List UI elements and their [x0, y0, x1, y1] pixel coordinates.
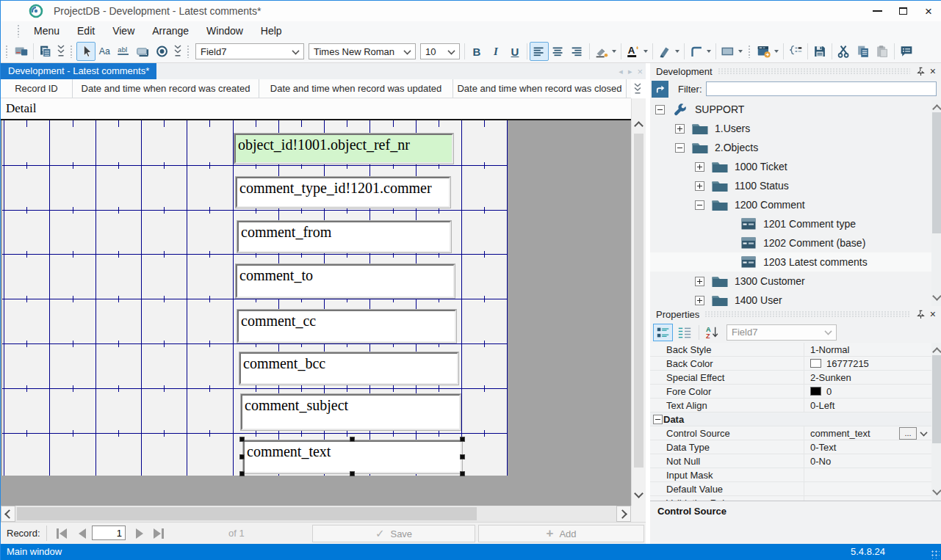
selection-handle[interactable]: [460, 471, 465, 476]
collapse-minus-icon[interactable]: [655, 105, 665, 114]
scroll-down-icon[interactable]: [934, 487, 940, 500]
designer-workspace[interactable]: object_id!1001.object_ref_nrcomment_type…: [1, 120, 631, 506]
chevron-down-icon[interactable]: [738, 50, 743, 53]
property-row-control-source[interactable]: Control Sourcecomment_text...: [650, 426, 931, 440]
button-tool-icon[interactable]: [134, 42, 153, 61]
property-row-back-color[interactable]: Back Color16777215: [650, 357, 931, 371]
tree-item-1200-comment[interactable]: 1200 Comment: [650, 195, 931, 214]
chevron-down-icon[interactable]: [643, 50, 648, 53]
collapse-minus-icon[interactable]: [695, 200, 704, 210]
expand-plus-icon[interactable]: [695, 296, 704, 305]
categorized-view-button[interactable]: [653, 324, 673, 341]
scroll-up-icon[interactable]: [635, 119, 642, 132]
detail-section-band[interactable]: Detail: [1, 98, 631, 120]
textbox-tool-icon[interactable]: abl: [115, 42, 134, 61]
pin-icon[interactable]: [915, 65, 927, 77]
chevron-down-icon[interactable]: [612, 50, 616, 53]
tab-scroll-right-icon[interactable]: ▸: [628, 67, 632, 76]
report-icon[interactable]: [12, 42, 31, 61]
designer-vertical-scrollbar[interactable]: [631, 98, 646, 506]
tree-item-1300-customer[interactable]: 1300 Customer: [650, 272, 931, 291]
form-field-object-id-1001-object-ref-nr[interactable]: object_id!1001.object_ref_nr: [234, 134, 453, 164]
font-name-combo[interactable]: Times New Roman: [309, 43, 416, 59]
property-row-default-value[interactable]: Default Value: [650, 482, 931, 496]
field-selector-combo[interactable]: Field7: [195, 43, 304, 59]
tree-item-1100-status[interactable]: 1100 Status: [650, 176, 931, 195]
chevron-down-icon[interactable]: [917, 427, 930, 440]
tree-item-1-users[interactable]: 1.Users: [650, 119, 931, 138]
form-field-comment-subject[interactable]: comment_subject: [241, 394, 461, 430]
menu-item-edit[interactable]: Edit: [68, 21, 104, 40]
menu-item-window[interactable]: Window: [198, 21, 252, 40]
tree-item-1202-comment-base-[interactable]: 1202 Comment (base): [650, 233, 931, 252]
form-field-comment-text[interactable]: comment_text: [243, 440, 462, 473]
designer-horizontal-scrollbar[interactable]: [1, 506, 631, 522]
tree-item-2-objects[interactable]: 2.Objects: [650, 138, 931, 157]
scroll-left-button[interactable]: [1, 506, 15, 522]
pin-icon[interactable]: [915, 308, 927, 320]
tree-scrollbar[interactable]: [931, 100, 941, 306]
pages-icon[interactable]: [36, 42, 55, 61]
maximize-button[interactable]: [892, 1, 914, 21]
tree-item-1203-latest-comments[interactable]: 1203 Latest comments: [650, 252, 931, 272]
form-field-comment-type-id-1201-commer[interactable]: comment_type_id!1201.commer: [236, 177, 450, 208]
selection-handle[interactable]: [460, 437, 465, 442]
scroll-down-icon[interactable]: [635, 490, 642, 503]
menu-item-view[interactable]: View: [104, 21, 143, 40]
minimize-button[interactable]: [866, 1, 888, 21]
column-header-2[interactable]: Date and time when record was created: [73, 79, 259, 98]
paste-icon[interactable]: [873, 42, 892, 61]
collapse-minus-icon[interactable]: [675, 143, 685, 153]
next-record-button[interactable]: [131, 527, 148, 539]
record-number-input[interactable]: [92, 526, 126, 540]
form-field-comment-cc[interactable]: comment_cc: [237, 310, 456, 343]
tree-item-support[interactable]: SUPPORT: [650, 100, 931, 119]
property-value[interactable]: 1-Normal: [810, 344, 849, 355]
column-header-3[interactable]: Date and time when record was updated: [259, 79, 453, 98]
comment-bubble-icon[interactable]: [897, 42, 916, 61]
property-row-not-null[interactable]: Not Null0-No: [650, 454, 931, 468]
column-header-4[interactable]: Date and time when record was closed: [453, 79, 627, 98]
font-color-icon[interactable]: A: [624, 42, 643, 61]
selection-handle[interactable]: [460, 454, 465, 459]
close-button[interactable]: ×: [917, 1, 940, 21]
toolbar-overflow-chevron[interactable]: [172, 42, 184, 61]
tab-development-latest-comments[interactable]: Development - Latest comments*: [1, 63, 156, 79]
menu-grip[interactable]: [17, 24, 21, 37]
label-tool-icon[interactable]: Aa: [95, 42, 115, 61]
field-list-icon[interactable]: [786, 42, 805, 61]
filter-go-button[interactable]: [652, 81, 668, 98]
expand-plus-icon[interactable]: [675, 124, 685, 134]
toolbar-grip[interactable]: [187, 45, 190, 58]
chevron-down-icon[interactable]: [774, 50, 779, 53]
chevron-down-icon[interactable]: [707, 50, 711, 53]
copy-icon[interactable]: [854, 42, 873, 61]
properties-scroll-thumb[interactable]: [932, 355, 941, 443]
selection-handle[interactable]: [350, 471, 355, 476]
property-value[interactable]: 0: [826, 386, 832, 397]
selection-handle[interactable]: [350, 437, 355, 442]
form-field-comment-to[interactable]: comment_to: [236, 264, 455, 298]
expand-plus-icon[interactable]: [695, 162, 704, 172]
selection-handle[interactable]: [239, 471, 245, 476]
panel-close-icon[interactable]: ×: [930, 309, 936, 319]
property-row-data[interactable]: Data: [650, 412, 931, 426]
column-header-1[interactable]: Record ID: [1, 79, 73, 98]
italic-icon[interactable]: I: [486, 42, 505, 61]
font-size-combo[interactable]: 10: [420, 43, 460, 59]
scroll-down-icon[interactable]: [934, 292, 940, 305]
property-row-fore-color[interactable]: Fore Color0: [650, 385, 931, 399]
form-canvas[interactable]: object_id!1001.object_ref_nrcomment_type…: [2, 120, 508, 476]
last-record-button[interactable]: [151, 527, 167, 539]
chevron-down-icon[interactable]: [675, 50, 679, 53]
selection-handle[interactable]: [239, 437, 245, 442]
underline-icon[interactable]: U: [505, 42, 524, 61]
save-button[interactable]: ✓ Save: [312, 525, 475, 542]
panel-close-icon[interactable]: ×: [930, 66, 936, 76]
expand-plus-icon[interactable]: [695, 181, 704, 191]
scroll-right-button[interactable]: [616, 506, 631, 522]
option-tool-icon[interactable]: [153, 42, 172, 61]
toolbar-grip[interactable]: [70, 45, 73, 58]
save-icon[interactable]: [810, 42, 829, 61]
property-row-back-style[interactable]: Back Style1-Normal: [650, 343, 931, 357]
